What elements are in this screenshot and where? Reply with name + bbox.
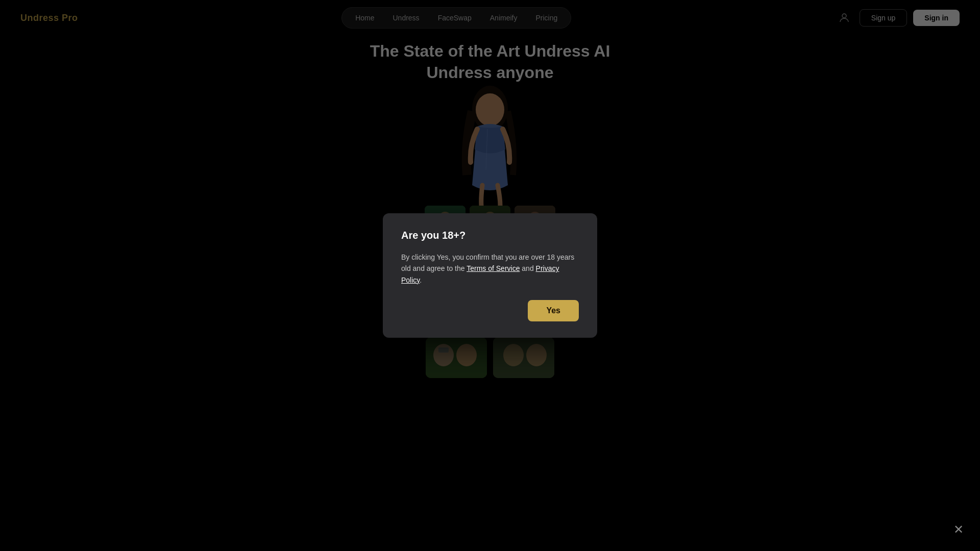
modal-overlay: Are you 18+? By clicking Yes, you confir… <box>0 0 980 551</box>
close-corner-button[interactable]: ✕ <box>949 520 968 539</box>
confirm-age-button[interactable]: Yes <box>528 300 579 321</box>
modal-body: By clicking Yes, you confirm that you ar… <box>401 252 579 286</box>
age-verification-modal: Are you 18+? By clicking Yes, you confir… <box>383 213 597 338</box>
modal-body-text: By clicking Yes, you confirm that you ar… <box>401 253 574 284</box>
terms-link[interactable]: Terms of Service <box>467 264 520 272</box>
modal-title: Are you 18+? <box>401 230 579 241</box>
modal-footer: Yes <box>401 300 579 321</box>
